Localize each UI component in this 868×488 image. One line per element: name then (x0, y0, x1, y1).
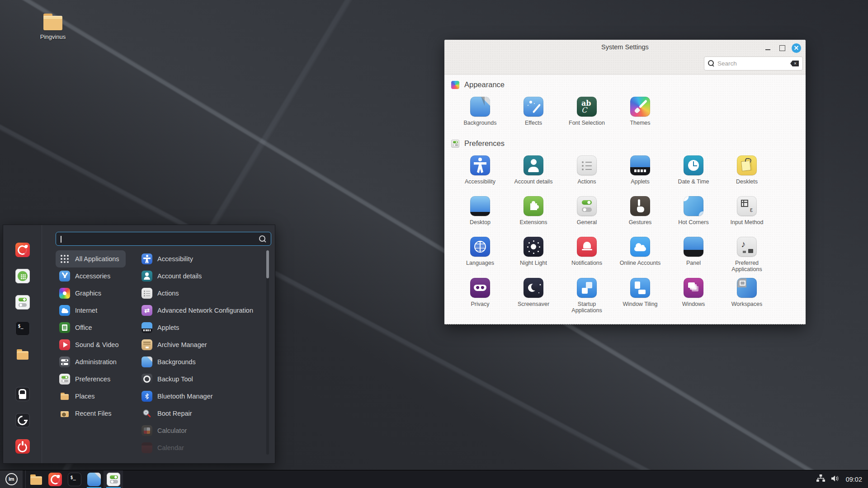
menu-category-office[interactable]: Office (56, 319, 99, 336)
settings-item-backgrounds[interactable]: Backgrounds (453, 94, 507, 132)
applets-icon (630, 155, 650, 175)
sidebar-software-manager-button[interactable] (15, 269, 30, 283)
menu-category-recent-files[interactable]: Recent Files (56, 405, 118, 422)
recent-files-icon (59, 408, 70, 419)
settings-item-night-light[interactable]: Night Light (507, 234, 560, 272)
settings-item-preferred-applications[interactable]: Preferred Applications (720, 234, 774, 272)
account-details-icon (142, 271, 152, 282)
menu-app-bluetooth-manager[interactable]: Bluetooth Manager (138, 388, 219, 405)
sound-video-icon (59, 339, 70, 350)
screensaver-icon (524, 278, 543, 298)
menu-app-backup-tool[interactable]: Backup Tool (138, 371, 199, 388)
settings-item-themes[interactable]: Themes (613, 94, 667, 132)
boot-repair-icon (142, 408, 152, 419)
settings-item-input-method[interactable]: Input Method (720, 193, 774, 231)
settings-item-window-tiling[interactable]: Window Tiling (613, 275, 667, 314)
taskbar: 09:02 (0, 470, 868, 488)
settings-item-general[interactable]: General (560, 193, 613, 231)
menu-app-archive-manager[interactable]: Archive Manager (138, 336, 213, 353)
taskbar-backgrounds-window[interactable] (84, 470, 104, 488)
taskbar-files-launcher[interactable] (26, 470, 45, 488)
sidebar-quit-button[interactable] (15, 439, 30, 454)
settings-item-applets[interactable]: Applets (613, 153, 667, 191)
taskbar-terminal-launcher[interactable] (65, 470, 84, 488)
sidebar-system-settings-button[interactable] (15, 295, 30, 310)
sidebar-firefox-button[interactable] (15, 243, 30, 257)
settings-item-font-selection[interactable]: Font Selection (560, 94, 613, 132)
settings-search-input[interactable] (715, 60, 790, 67)
places-icon (59, 391, 70, 402)
settings-item-startup-applications[interactable]: Startup Applications (560, 275, 613, 314)
settings-search (704, 56, 803, 70)
preferred-applications-icon (737, 237, 757, 257)
settings-item-desktop[interactable]: Desktop (453, 193, 507, 231)
menu-category-administration[interactable]: Administration (56, 353, 123, 371)
settings-item-windows[interactable]: Windows (667, 275, 720, 314)
settings-item-workspaces[interactable]: Workspaces (720, 275, 774, 314)
date-time-icon (684, 155, 703, 175)
menu-app-accessibility[interactable]: Accessibility (138, 250, 199, 267)
archive-icon (142, 339, 152, 350)
menu-app-calendar[interactable]: Calendar (138, 439, 190, 456)
settings-item-privacy[interactable]: Privacy (453, 275, 507, 314)
menu-category-places[interactable]: Places (56, 388, 101, 405)
settings-item-extensions[interactable]: Extensions (507, 193, 560, 231)
menu-category-preferences[interactable]: Preferences (56, 371, 117, 388)
hot-corners-icon (684, 196, 703, 216)
settings-item-accessibility[interactable]: Accessibility (453, 153, 507, 191)
menu-category-accessories[interactable]: Accessories (56, 267, 117, 285)
sidebar-terminal-button[interactable] (15, 321, 30, 336)
settings-item-notifications[interactable]: Notifications (560, 234, 613, 272)
settings-item-actions[interactable]: Actions (560, 153, 613, 191)
settings-item-gestures[interactable]: Gestures (613, 193, 667, 231)
clock[interactable]: 09:02 (846, 476, 862, 483)
settings-item-desklets[interactable]: Desklets (720, 153, 774, 191)
close-button[interactable] (792, 43, 801, 53)
desktop-folder-pingvinus[interactable]: Pingvinus (29, 14, 76, 40)
online-accounts-icon (630, 237, 650, 257)
settings-item-languages[interactable]: Languages (453, 234, 507, 272)
settings-item-effects[interactable]: Effects (507, 94, 560, 132)
calculator-icon (142, 425, 152, 436)
menu-category-all-applications[interactable]: All Applications (56, 250, 126, 267)
lock-icon (15, 387, 30, 401)
taskbar-firefox-launcher[interactable] (45, 470, 65, 488)
sidebar-files-button[interactable] (15, 347, 30, 362)
volume-icon[interactable] (831, 475, 840, 484)
menu-app-actions[interactable]: Actions (138, 285, 185, 302)
menu-category-graphics[interactable]: Graphics (56, 285, 108, 302)
settings-item-date-time[interactable]: Date & Time (667, 153, 720, 191)
accessories-icon (59, 271, 70, 282)
menu-main: All Applications Accessories Graphics In… (42, 225, 275, 463)
menu-app-backgrounds[interactable]: Backgrounds (138, 353, 202, 371)
menu-app-advanced-network-configuration[interactable]: Advanced Network Configuration (138, 302, 259, 319)
menu-category-sound-video[interactable]: Sound & Video (56, 336, 125, 353)
window-tiling-icon (630, 278, 650, 298)
sidebar-logout-button[interactable] (15, 413, 30, 427)
sidebar-lock-screen-button[interactable] (15, 387, 30, 401)
minimize-button[interactable] (763, 43, 773, 53)
menu-scrollbar[interactable] (266, 250, 269, 455)
network-icon[interactable] (816, 474, 825, 484)
clear-search-icon[interactable] (790, 61, 799, 66)
folder-icon (42, 14, 63, 31)
settings-item-hot-corners[interactable]: Hot Corners (667, 193, 720, 231)
men u-app-boot-repair[interactable]: Boot Repair (138, 405, 198, 422)
menu-app-applets[interactable]: Applets (138, 319, 185, 336)
menu-search-input[interactable] (56, 235, 271, 243)
system-settings-icon (15, 295, 30, 310)
menu-search (56, 232, 271, 246)
settings-item-screensaver[interactable]: Screensaver (507, 275, 560, 314)
menu-app-account-details[interactable]: Account details (138, 267, 208, 285)
scrollbar-thumb[interactable] (266, 250, 269, 278)
menu-category-internet[interactable]: Internet (56, 302, 104, 319)
taskbar-system-settings-window[interactable] (104, 470, 123, 488)
maximize-button[interactable] (777, 43, 787, 53)
menu-app-calculator[interactable]: Calculator (138, 422, 193, 439)
settings-item-panel[interactable]: Panel (667, 234, 720, 272)
power-icon (15, 439, 30, 454)
settings-item-account-details[interactable]: Account details (507, 153, 560, 191)
settings-item-online-accounts[interactable]: Online Accounts (613, 234, 667, 272)
backgrounds-icon (142, 357, 152, 367)
taskbar-menu-button[interactable] (0, 470, 23, 488)
